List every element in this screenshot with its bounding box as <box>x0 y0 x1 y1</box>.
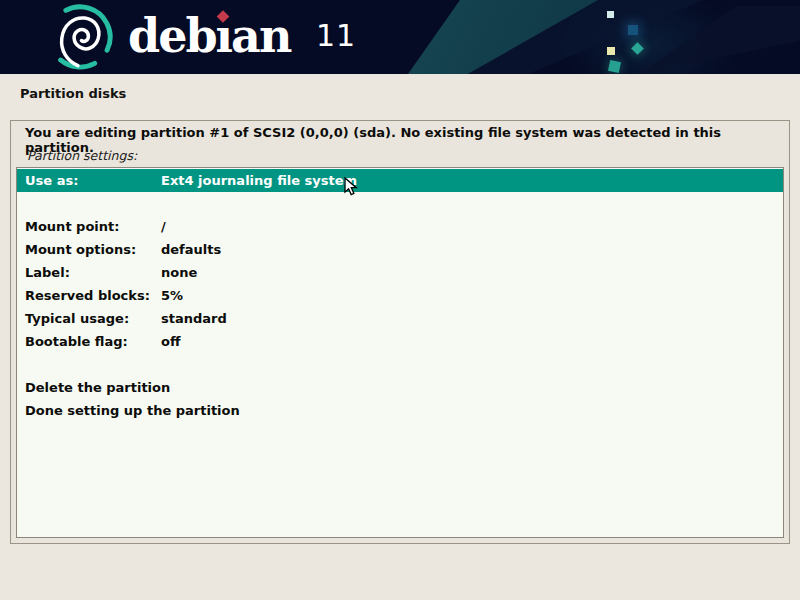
list-item[interactable]: Mount options:defaults <box>17 238 783 261</box>
partition-settings-list[interactable]: Use as:Ext4 journaling file systemMount … <box>16 167 784 538</box>
list-item[interactable]: Bootable flag:off <box>17 330 783 353</box>
header-deco-square-blue <box>628 25 638 35</box>
list-item-label: Done setting up the partition <box>25 403 240 418</box>
list-item-label: Delete the partition <box>25 380 170 395</box>
list-item-label: Label: <box>25 265 70 280</box>
list-item[interactable]: Delete the partition <box>17 376 783 399</box>
partition-edit-panel: You are editing partition #1 of SCSI2 (0… <box>10 120 790 544</box>
list-item-value: 5% <box>161 284 183 307</box>
list-item <box>17 353 783 376</box>
list-item[interactable]: Label:none <box>17 261 783 284</box>
header-banner: debıan 11 <box>0 0 800 74</box>
list-item-label: Mount point: <box>25 219 119 234</box>
mouse-cursor <box>344 177 360 197</box>
header-deco-square-white <box>607 11 614 18</box>
list-item-value: none <box>161 261 197 284</box>
list-item-label: Use as: <box>25 173 78 188</box>
brand-text-post: an <box>231 9 290 63</box>
debian-version: 11 <box>316 18 356 53</box>
debian-wordmark: debıan <box>128 8 290 64</box>
debian-swirl-logo <box>44 2 116 72</box>
list-item-label: Bootable flag: <box>25 334 128 349</box>
header-deco-square-yellow <box>607 47 615 55</box>
list-item[interactable]: Typical usage:standard <box>17 307 783 330</box>
list-item <box>17 192 783 215</box>
list-item-label: Typical usage: <box>25 311 129 326</box>
list-item[interactable]: Use as:Ext4 journaling file system <box>17 169 783 192</box>
page-title: Partition disks <box>20 86 126 101</box>
list-item[interactable]: Reserved blocks:5% <box>17 284 783 307</box>
list-item-value: / <box>161 215 166 238</box>
list-item-value: off <box>161 330 180 353</box>
list-item-value: defaults <box>161 238 221 261</box>
list-item-label: Reserved blocks: <box>25 288 150 303</box>
question-text: You are editing partition #1 of SCSI2 (0… <box>25 125 780 155</box>
list-item-label: Mount options: <box>25 242 136 257</box>
list-item[interactable]: Done setting up the partition <box>17 399 783 422</box>
brand-letter-i: ı <box>216 8 231 64</box>
list-item-value: standard <box>161 307 227 330</box>
list-item[interactable]: Mount point:/ <box>17 215 783 238</box>
installer-page: Partition disks You are editing partitio… <box>0 74 800 600</box>
brand-text-pre: deb <box>128 9 216 63</box>
header-deco-square-teal <box>608 60 621 73</box>
list-item-value: Ext4 journaling file system <box>161 169 357 192</box>
partition-settings-label: Partition settings: <box>27 148 137 163</box>
